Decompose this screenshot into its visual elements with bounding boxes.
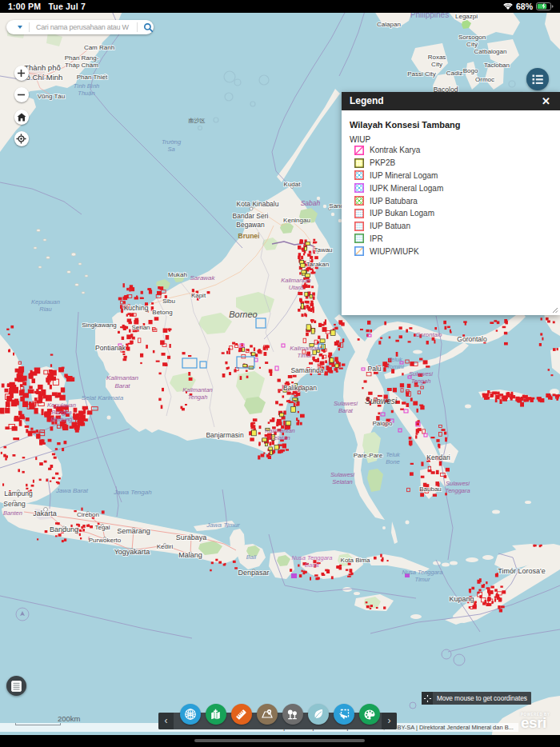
svg-text:Jawa Tengah: Jawa Tengah [113, 489, 152, 496]
svg-text:Selatan: Selatan [332, 478, 352, 485]
svg-text:Jawa Timur: Jawa Timur [206, 521, 240, 529]
svg-text:Vũng Tàu: Vũng Tàu [38, 93, 66, 100]
svg-text:Utara: Utara [289, 284, 303, 291]
svg-text:Kota Kinabalu: Kota Kinabalu [237, 200, 279, 208]
svg-text:Barat: Barat [305, 561, 320, 569]
svg-text:Barat: Barat [338, 407, 354, 414]
svg-text:Malang: Malang [178, 551, 202, 559]
svg-text:Belitung: Belitung [50, 416, 73, 423]
svg-text:Betong: Betong [152, 309, 172, 316]
svg-text:Thuận: Thuận [78, 90, 94, 97]
svg-text:Kepulauan: Kepulauan [31, 298, 60, 306]
svg-text:Pare-Pare: Pare-Pare [354, 452, 383, 459]
svg-text:Tenggara: Tenggara [445, 487, 470, 494]
svg-text:Kalimantan: Kalimantan [290, 345, 320, 352]
svg-text:Balikpapan: Balikpapan [283, 384, 317, 392]
svg-text:Kalimantan: Kalimantan [281, 277, 311, 284]
svg-text:Trường: Trường [162, 138, 182, 146]
svg-text:Sulawesi: Sulawesi [334, 400, 358, 407]
svg-text:南沙区: 南沙区 [189, 118, 206, 124]
svg-text:Kalimantan: Kalimantan [265, 427, 295, 434]
svg-text:Surabaya: Surabaya [176, 533, 207, 541]
svg-text:Thành phố: Thành phố [24, 63, 61, 72]
svg-text:Sulawesi: Sulawesi [330, 471, 354, 478]
svg-text:Phan Thiết: Phan Thiết [77, 74, 108, 81]
svg-text:Cam Ranh: Cam Ranh [84, 44, 114, 51]
svg-text:Cadiz: Cadiz [446, 70, 462, 77]
svg-text:Begawan: Begawan [236, 221, 265, 229]
svg-text:Selat Karimata: Selat Karimata [82, 394, 124, 401]
svg-text:Bali: Bali [246, 553, 257, 561]
svg-text:Barat: Barat [114, 382, 130, 389]
svg-text:Sulawesi: Sulawesi [365, 397, 398, 405]
svg-text:Sulawesi: Sulawesi [409, 370, 433, 377]
svg-text:Mukah: Mukah [168, 271, 187, 278]
svg-text:Samarinda: Samarinda [290, 366, 323, 374]
svg-text:Singkawang: Singkawang [82, 322, 117, 329]
svg-text:Serian: Serian [131, 324, 150, 331]
svg-text:Tawau: Tawau [314, 246, 332, 254]
svg-text:Palu: Palu [367, 365, 381, 373]
svg-text:Bangka: Bangka [51, 409, 71, 416]
svg-text:Calapan: Calapan [377, 21, 401, 28]
svg-text:Sulawesi: Sulawesi [446, 480, 470, 487]
svg-text:Legazpi: Legazpi [455, 13, 478, 20]
svg-text:Bogo: Bogo [463, 67, 478, 74]
svg-text:Semarang: Semarang [117, 527, 150, 535]
svg-text:Passi City: Passi City [407, 70, 436, 78]
svg-text:Sorsogon: Sorsogon [458, 34, 486, 41]
svg-text:Tacloban: Tacloban [484, 62, 510, 69]
svg-text:Tháp Chàm: Tháp Chàm [65, 62, 98, 69]
svg-text:Bandar Seri: Bandar Seri [233, 212, 269, 220]
svg-text:Sabah: Sabah [301, 199, 321, 207]
svg-text:City: City [466, 41, 478, 48]
svg-text:Kupang: Kupang [449, 595, 474, 603]
svg-text:Teluk: Teluk [386, 451, 401, 458]
svg-text:Nusa Tenggara: Nusa Tenggara [402, 569, 442, 576]
svg-text:Bandung: Bandung [50, 525, 78, 533]
svg-text:Jakarta: Jakarta [33, 509, 57, 517]
svg-text:Tình Bình: Tình Bình [74, 82, 100, 90]
svg-text:Tengah: Tengah [411, 377, 431, 385]
svg-text:Tarakan: Tarakan [306, 261, 329, 268]
svg-text:Jawa Barat: Jawa Barat [55, 487, 89, 494]
svg-text:Sibu: Sibu [162, 298, 175, 305]
svg-text:Cirebon: Cirebon [77, 511, 99, 518]
svg-text:Lampung: Lampung [4, 489, 33, 497]
svg-text:Kapit: Kapit [191, 292, 206, 299]
svg-text:Denpasar: Denpasar [238, 569, 269, 577]
svg-text:Baubau: Baubau [419, 485, 442, 493]
svg-text:City: City [431, 61, 442, 68]
svg-text:Teluk: Teluk [388, 356, 403, 363]
svg-text:Ormoc: Ormoc [475, 76, 494, 83]
svg-text:Tegal: Tegal [94, 524, 110, 531]
svg-text:Gorontalo: Gorontalo [457, 335, 487, 343]
svg-text:Kendari: Kendari [426, 453, 450, 461]
svg-text:Kediri: Kediri [157, 543, 174, 550]
svg-text:Timur: Timur [297, 352, 313, 359]
svg-text:Brunei: Brunei [238, 232, 260, 240]
svg-text:Serang: Serang [3, 500, 26, 508]
svg-text:Banjarmasin: Banjarmasin [206, 431, 244, 439]
svg-text:Bone: Bone [386, 458, 400, 465]
svg-text:Nusa Tenggara: Nusa Tenggara [291, 554, 332, 561]
svg-text:Sa: Sa [167, 146, 174, 153]
svg-text:Pontianak: Pontianak [95, 344, 126, 352]
svg-text:Purwokerto: Purwokerto [89, 537, 122, 544]
svg-text:Yogyakarta: Yogyakarta [114, 548, 150, 556]
svg-text:Kudat: Kudat [284, 181, 302, 188]
svg-text:Timór Lorosa'e: Timór Lorosa'e [498, 567, 545, 575]
svg-text:Tomini: Tomini [386, 363, 404, 370]
svg-text:Kalimantan: Kalimantan [182, 386, 213, 393]
svg-text:Roxas: Roxas [428, 54, 446, 61]
svg-text:Kalimantan: Kalimantan [106, 374, 139, 381]
svg-text:Kuching: Kuching [124, 304, 149, 312]
svg-text:Phan Rang-: Phan Rang- [65, 54, 99, 62]
svg-text:Tengah: Tengah [188, 393, 208, 401]
svg-text:Catbalogan: Catbalogan [474, 48, 507, 55]
svg-text:Riau: Riau [39, 306, 52, 313]
svg-text:Banten: Banten [3, 509, 22, 517]
svg-text:Keningau: Keningau [283, 217, 310, 224]
svg-text:Selatan: Selatan [270, 434, 290, 441]
svg-text:Sarawak: Sarawak [190, 274, 215, 282]
